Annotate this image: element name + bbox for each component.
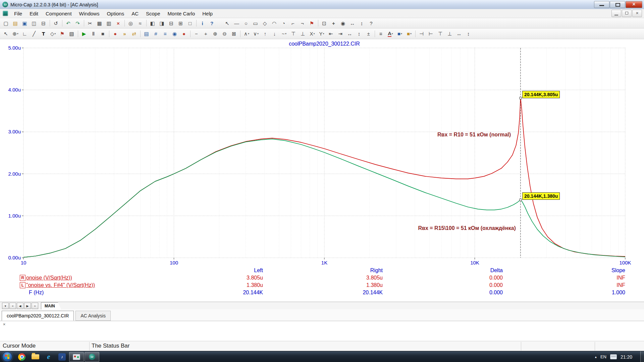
- distribute-vertical-button[interactable]: ↕: [464, 29, 473, 39]
- tag-left-cursor-button[interactable]: ⇤: [326, 29, 336, 39]
- microcap-taskbar-button[interactable]: [85, 352, 99, 362]
- zoom-area-button[interactable]: ⊠: [229, 29, 239, 39]
- cursor-marker[interactable]: [520, 199, 522, 201]
- keyboard-layout-icon[interactable]: [610, 354, 617, 359]
- line-color-button[interactable]: ■▾: [395, 29, 405, 39]
- graphics-mode-button[interactable]: ◇▾: [48, 29, 58, 39]
- text-mode-button[interactable]: T: [39, 29, 48, 39]
- menu-scope[interactable]: Scope: [142, 9, 164, 18]
- arc-tool-button[interactable]: ◠: [270, 18, 279, 28]
- microcap-schematic-taskbar-button[interactable]: [69, 352, 84, 362]
- close-button[interactable]: [626, 1, 642, 8]
- tile-vertical-button[interactable]: ◨: [157, 18, 167, 28]
- zoom-in-button[interactable]: ⊕: [211, 29, 220, 39]
- redo-button[interactable]: ↷: [73, 18, 83, 28]
- align-right-button[interactable]: ⊢: [426, 29, 436, 39]
- maximize-button[interactable]: [610, 1, 625, 8]
- language-indicator[interactable]: EN: [600, 354, 606, 359]
- panel-close-icon[interactable]: ×: [2, 322, 7, 327]
- previous-page-button[interactable]: ◀: [17, 303, 23, 309]
- component-mode-button[interactable]: ⊕▾: [11, 29, 20, 39]
- analysis-limits-button[interactable]: ▤: [142, 29, 151, 39]
- picture-mode-button[interactable]: ▧: [67, 29, 76, 39]
- pie-tool-button[interactable]: ◔: [279, 18, 288, 28]
- tile-horizontal-button[interactable]: ⊟: [167, 18, 176, 28]
- explorer-taskbar-button[interactable]: [29, 351, 42, 362]
- cursor-mode-button[interactable]: +: [329, 18, 338, 28]
- tag-right-cursor-button[interactable]: ⇥: [336, 29, 345, 39]
- ellipse-tool-button[interactable]: ○: [241, 18, 251, 28]
- cascade-windows-button[interactable]: ◧: [148, 18, 157, 28]
- fill-color-button[interactable]: ■▾: [405, 29, 414, 39]
- stop-button[interactable]: ■: [98, 29, 108, 39]
- horizontal-tag-button[interactable]: ↔: [348, 18, 357, 28]
- wire-mode-button[interactable]: ∟: [20, 29, 30, 39]
- maximize-window-button[interactable]: □: [185, 18, 195, 28]
- minimize-button[interactable]: [594, 1, 609, 8]
- info-button[interactable]: i: [198, 18, 207, 28]
- right-cursor-tag[interactable]: R: [20, 275, 25, 281]
- measure-button[interactable]: ±: [364, 29, 373, 39]
- print-button[interactable]: ⊟: [39, 18, 48, 28]
- peak-button[interactable]: ∧▾: [242, 29, 251, 39]
- diamond-tool-button[interactable]: ◇: [260, 18, 270, 28]
- high-button[interactable]: ↑: [261, 29, 270, 39]
- vertical-tag-button[interactable]: ↕: [357, 18, 367, 28]
- ie-taskbar-button[interactable]: e: [42, 351, 55, 362]
- menu-component[interactable]: Component: [42, 9, 75, 18]
- menu-edit[interactable]: Edit: [26, 9, 42, 18]
- animate-stop-button[interactable]: ●: [111, 29, 120, 39]
- state-variables-button[interactable]: ≡: [161, 29, 170, 39]
- menu-ac[interactable]: AC: [128, 9, 142, 18]
- show-desktop-button[interactable]: [640, 351, 644, 362]
- save-file-button[interactable]: ▣: [20, 18, 30, 28]
- copy-button[interactable]: ▦: [95, 18, 104, 28]
- flag-mode-button[interactable]: ⚑: [58, 29, 67, 39]
- open-file-button[interactable]: ▤: [11, 18, 20, 28]
- undo-button[interactable]: ↶: [64, 18, 73, 28]
- find-button[interactable]: ◎: [126, 18, 136, 28]
- help-mode-button[interactable]: ?: [367, 18, 376, 28]
- align-bottom-button[interactable]: ⊥: [445, 29, 454, 39]
- low-button[interactable]: ↓: [270, 29, 279, 39]
- taskbar-clock[interactable]: 21:20: [621, 354, 632, 360]
- repeat-find-button[interactable]: ≈: [136, 18, 145, 28]
- zoom-out-button[interactable]: ⊖: [220, 29, 229, 39]
- reduce-button[interactable]: −: [192, 29, 201, 39]
- select-mode-button[interactable]: ↖: [1, 29, 11, 39]
- left-bracket-tool-button[interactable]: ⌐: [288, 18, 298, 28]
- align-top-button[interactable]: ⊤: [436, 29, 445, 39]
- properties-button[interactable]: ≡: [376, 29, 386, 39]
- align-left-button[interactable]: ⊣: [417, 29, 426, 39]
- paste-button[interactable]: ▥: [104, 18, 114, 28]
- tray-overflow-icon[interactable]: ▴: [595, 355, 597, 359]
- print-preview-button[interactable]: ◫: [30, 18, 39, 28]
- page-tab-main[interactable]: MAIN: [41, 302, 61, 310]
- delete-button[interactable]: ×: [114, 18, 123, 28]
- waveform-label[interactable]: onoise (V/Sqrt(Hz)): [26, 274, 72, 282]
- media-taskbar-button[interactable]: ♪: [55, 351, 69, 362]
- font-button[interactable]: A▾: [386, 29, 395, 39]
- cursor-value-label[interactable]: 20.144K,3.805u: [522, 91, 560, 98]
- inflection-button[interactable]: ~▾: [279, 29, 289, 39]
- tab-ac-analysis[interactable]: AC Analysis: [75, 311, 111, 321]
- first-page-button[interactable]: «: [9, 303, 16, 309]
- page-list-button[interactable]: ▾: [2, 303, 9, 309]
- pause-button[interactable]: ‖: [89, 29, 98, 39]
- cut-button[interactable]: ✂: [86, 18, 95, 28]
- menu-options[interactable]: Options: [103, 9, 128, 18]
- cursor-marker[interactable]: [520, 97, 522, 99]
- mdi-minimize-button[interactable]: [611, 10, 621, 17]
- menu-help[interactable]: Help: [199, 9, 216, 18]
- cursor-value-label[interactable]: 20.144K,1.380u: [522, 192, 560, 200]
- rectangle-tool-button[interactable]: ▭: [251, 18, 260, 28]
- horizontal-tag-button[interactable]: ↔: [345, 29, 355, 39]
- tab-circuit-file[interactable]: coolPBamp2020_300122.CIR: [2, 311, 74, 321]
- numeric-output-button[interactable]: #: [151, 29, 161, 39]
- valley-button[interactable]: ∨▾: [251, 29, 261, 39]
- line-tool-button[interactable]: —: [232, 18, 241, 28]
- new-file-button[interactable]: ▢: [1, 18, 11, 28]
- chart-annotation[interactable]: Rвх = R10 = 51 кОм (normal): [437, 132, 511, 138]
- help-button[interactable]: ?: [207, 18, 217, 28]
- point-tag-button[interactable]: ◉: [338, 18, 348, 28]
